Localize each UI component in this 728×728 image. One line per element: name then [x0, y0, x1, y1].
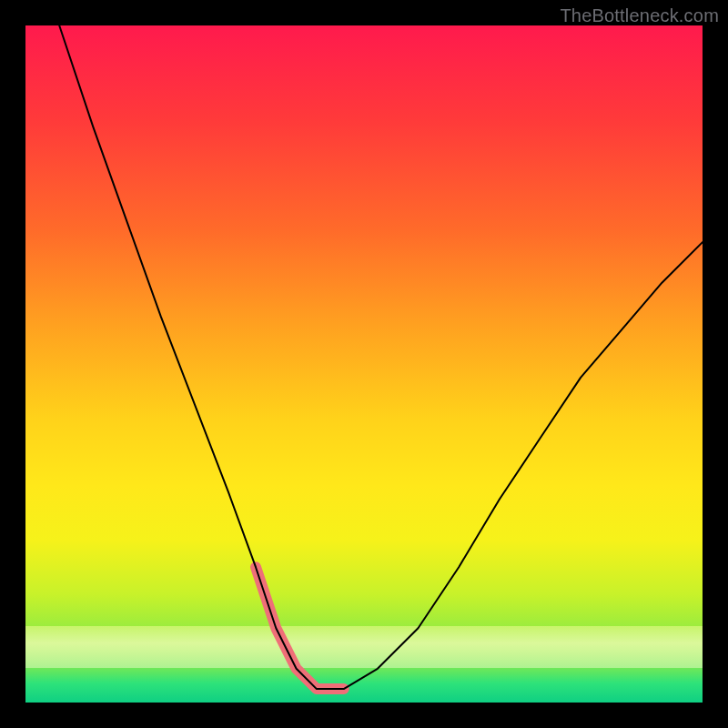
- watermark-text: TheBottleneck.com: [560, 5, 719, 26]
- curve-svg: [25, 25, 703, 703]
- curve-accent: [256, 567, 344, 689]
- plot-area: [25, 25, 703, 703]
- bottleneck-curve: [59, 25, 703, 689]
- chart-frame: TheBottleneck.com: [0, 0, 728, 728]
